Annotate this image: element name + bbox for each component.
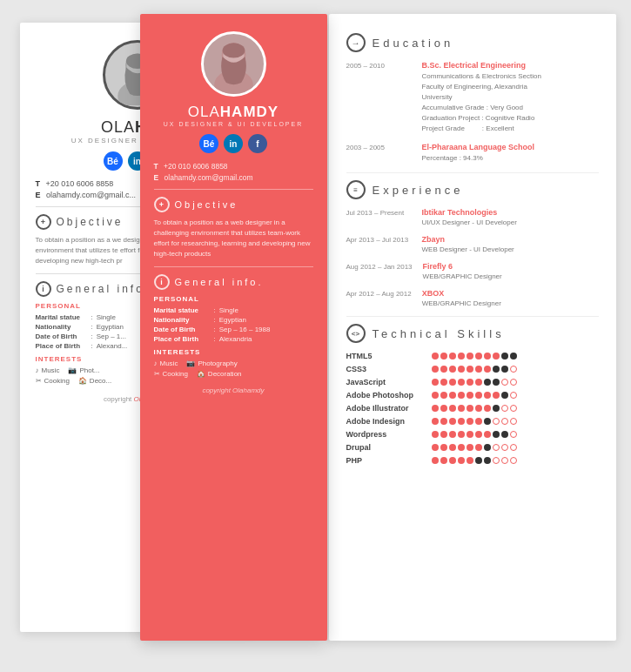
skill-dot-empty [510,457,517,464]
exp-item-4: Apr 2012 – Aug 2012 XBOX WEB/GRAPHIC Des… [346,289,599,307]
front-facebook-icon[interactable]: f [248,134,267,153]
skill-dot-dark [501,431,508,438]
skill-dot-empty [510,431,517,438]
skill-dot-filled [449,418,456,425]
skill-dot-filled [440,457,447,464]
skill-dot-filled [484,353,491,360]
skill-dot-filled [449,366,456,373]
front-interest-photo: 📷Photography [186,360,237,367]
skill-dot-dark [475,457,482,464]
skill-dot-filled [432,444,439,451]
front-interests-label: INTERESTS [154,348,313,356]
interest-photo: 📷Phot... [68,366,99,374]
svg-point-7 [222,43,245,57]
skill-dot-filled [467,392,473,399]
skill-dot-dark [484,444,491,451]
skill-row: Adobe Photoshop [346,391,599,400]
skill-dot-filled [475,366,482,373]
skill-dot-filled [493,353,500,360]
behance-icon[interactable]: Bé [104,151,123,171]
interest-deco: 🏠Deco... [78,377,111,385]
skill-dot-filled [432,366,439,373]
front-linkedin-icon[interactable]: in [224,134,243,153]
education-header: → Education [346,33,599,52]
front-social: Bé in f [154,134,313,153]
skill-dot-filled [467,444,473,451]
skill-dot-filled [475,444,482,451]
front-marital: Marital statue:Single [154,306,313,314]
skill-dot-filled [458,457,465,464]
skill-dot-filled [475,405,482,412]
front-info-icon: i [154,274,170,290]
skill-dot-filled [458,392,465,399]
skill-dot-dark [493,379,500,386]
plus-icon: + [36,214,51,230]
skill-dot-filled [440,379,447,386]
skill-dot-filled [484,366,491,373]
skill-dot-filled [458,353,465,360]
skill-row: Adobe Indesign [346,417,599,426]
skill-dot-filled [484,431,491,438]
edu-item-1: 2005 – 2010 B.Sc. Electrical Engineering… [346,61,599,134]
skill-row: Adobe Illustrator [346,404,599,413]
front-personal-label: PERSONAL [154,295,313,303]
skill-dot-filled [432,457,439,464]
front-interest-deco: 🏠Decoration [197,370,242,378]
education-icon: → [346,33,366,52]
skill-dot-empty [510,392,517,399]
experience-header: ≡ Experience [346,180,599,199]
skill-dot-filled [493,392,500,399]
skill-dot-empty [501,418,508,425]
front-avatar [201,31,266,97]
edu-item-2: 2003 – 2005 El-Pharaana Language School … [346,143,599,164]
skill-dot-empty [510,366,517,373]
front-pob: Place of Birth:Alexandria [154,335,313,343]
front-plus-icon: + [154,197,170,212]
front-behance-icon[interactable]: Bé [199,134,218,153]
skill-dot-dark [493,366,500,373]
skill-row: JavaScript [346,378,599,386]
skill-dot-dark [493,405,500,412]
skill-dot-filled [475,431,482,438]
front-interests-2: ✂Cooking 🏠Decoration [154,370,313,378]
skill-dot-dark [484,379,491,386]
skill-dot-filled [475,379,482,386]
skill-dot-filled [432,405,439,412]
skill-dot-filled [467,418,473,425]
skill-dot-dark [501,392,508,399]
front-interest-cooking: ✂Cooking [154,370,188,378]
skill-dot-filled [449,392,456,399]
front-contact: T +20 010 6006 8858 E olahamdy.com@gmail… [154,162,313,182]
interest-cooking: ✂Cooking [36,377,70,385]
experience-icon: ≡ [346,180,366,199]
skill-dot-empty [493,418,500,425]
experience-title: Experience [373,184,464,197]
skill-dot-empty [501,457,508,464]
skill-dot-filled [440,444,447,451]
skill-dot-filled [449,431,456,438]
front-title: UX DESIGNER & UI DEVELOPER [154,121,313,127]
exp-item-1: Jul 2013 – Present Ibtikar Technologies … [346,208,599,226]
skill-dot-filled [432,392,439,399]
front-interest-music: ♪Music [154,360,178,367]
skill-dot-filled [440,431,447,438]
skill-dot-empty [501,444,508,451]
skill-dot-filled [432,418,439,425]
front-dob: Date of Birth:Sep – 16 – 1988 [154,326,313,333]
skill-dot-filled [449,353,456,360]
skill-dot-filled [432,431,439,438]
interest-music: ♪Music [36,366,60,374]
skill-dot-filled [440,353,447,360]
skills-header: <> Technical Skills [346,324,599,343]
skill-dot-filled [440,366,447,373]
skill-dot-filled [458,366,465,373]
front-general-header: i General info. [154,274,313,290]
skill-dot-empty [501,405,508,412]
skill-dot-dark [484,457,491,464]
skill-row: PHP [346,456,599,465]
skill-dot-filled [440,392,447,399]
front-nationality: Nationality:Egyptian [154,316,313,324]
skills-icon: <> [346,324,366,343]
skill-dot-filled [449,444,456,451]
skill-dot-filled [467,379,473,386]
